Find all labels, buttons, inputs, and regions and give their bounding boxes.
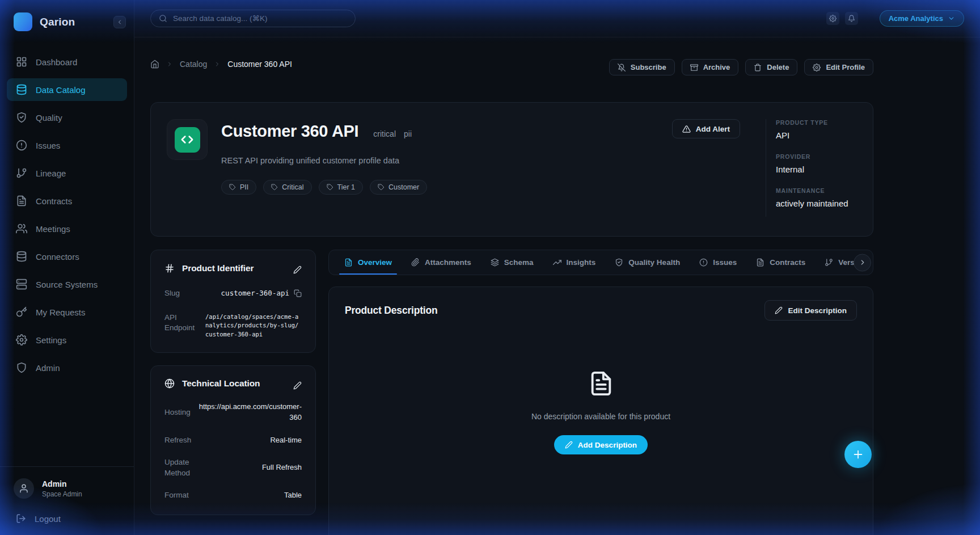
key-value-row: Slug customer-360-api bbox=[164, 288, 302, 298]
sidebar-nav: Dashboard Data Catalog Quality Issues Li… bbox=[0, 41, 134, 466]
tab[interactable]: Attachments bbox=[402, 250, 481, 275]
sidebar-item[interactable]: Settings bbox=[7, 328, 127, 351]
nav-item-icon bbox=[16, 56, 27, 68]
breadcrumb-item[interactable]: Customer 360 API bbox=[227, 60, 292, 69]
page-action-button[interactable]: Edit Profile bbox=[804, 59, 873, 75]
logout-label: Logout bbox=[35, 514, 61, 524]
search-input[interactable] bbox=[173, 14, 347, 23]
product-header-right: Add Alert Product Type API Provider Inte… bbox=[672, 119, 857, 220]
edit-description-button[interactable]: Edit Description bbox=[764, 300, 857, 321]
sidebar-item[interactable]: Meetings bbox=[7, 217, 127, 240]
sidebar-collapse-button[interactable] bbox=[113, 16, 126, 28]
tab-label: Quality Health bbox=[628, 258, 680, 267]
pencil-icon bbox=[565, 441, 573, 449]
home-icon[interactable] bbox=[150, 60, 159, 69]
tab-icon bbox=[344, 258, 353, 267]
pencil-icon[interactable] bbox=[293, 381, 302, 390]
sidebar-item[interactable]: Data Catalog bbox=[7, 78, 127, 101]
logout-icon bbox=[16, 513, 26, 524]
tag-pill[interactable]: Tier 1 bbox=[319, 180, 364, 195]
nav-item-icon bbox=[16, 167, 27, 179]
description-title: Product Description bbox=[345, 305, 437, 317]
page-action-icon bbox=[618, 64, 626, 71]
sidebar-item[interactable]: Dashboard bbox=[7, 50, 127, 73]
tab-icon bbox=[699, 258, 708, 267]
row-value-wrap: /api/catalog/spaces/acme-analytics/produ… bbox=[205, 313, 302, 339]
page-action-label: Archive bbox=[703, 63, 730, 71]
row-label: Slug bbox=[164, 288, 180, 298]
copy-icon[interactable] bbox=[294, 289, 302, 297]
tab[interactable]: Contracts bbox=[746, 250, 815, 275]
sidebar: Qarion Dashboard Data Catalog Quality Is… bbox=[0, 0, 134, 535]
sidebar-item[interactable]: Connectors bbox=[7, 245, 127, 268]
meta-value: actively maintained bbox=[776, 199, 857, 208]
right-column: Overview Attachments Schema Insights bbox=[328, 250, 873, 535]
breadcrumb-item[interactable]: Catalog bbox=[180, 60, 207, 69]
meta-group: Product Type API bbox=[776, 119, 857, 140]
tab-label: Overview bbox=[358, 258, 392, 267]
search-bar[interactable] bbox=[150, 10, 356, 27]
nav-item-icon bbox=[16, 306, 27, 318]
sidebar-item[interactable]: Contracts bbox=[7, 189, 127, 212]
product-title-row: Customer 360 API criticalpii bbox=[221, 122, 672, 141]
floating-add-button[interactable] bbox=[844, 441, 872, 468]
tab-icon bbox=[553, 258, 561, 267]
page-action-button[interactable]: Delete bbox=[745, 59, 797, 75]
tab[interactable]: Quality Health bbox=[605, 250, 690, 275]
page-head: Catalog Customer 360 API Subscribe bbox=[150, 52, 873, 75]
sidebar-item[interactable]: Source Systems bbox=[7, 273, 127, 296]
add-alert-button[interactable]: Add Alert bbox=[672, 119, 740, 138]
description-header: Product Description Edit Description bbox=[345, 300, 857, 321]
logout-button[interactable]: Logout bbox=[7, 508, 127, 524]
breadcrumb: Catalog Customer 360 API bbox=[150, 60, 292, 69]
tab-icon bbox=[615, 258, 623, 267]
page-action-icon bbox=[813, 64, 821, 71]
technical-location-card: Technical Location Hosting https://api.a… bbox=[150, 365, 316, 515]
meta-label: Provider bbox=[776, 153, 857, 160]
tab[interactable]: Insights bbox=[543, 250, 606, 275]
sidebar-item[interactable]: Quality bbox=[7, 106, 127, 129]
chevron-left-icon bbox=[116, 19, 123, 26]
page-action-icon bbox=[754, 64, 762, 71]
add-description-button[interactable]: Add Description bbox=[554, 435, 648, 454]
user-icon bbox=[19, 483, 29, 494]
page-action-button[interactable]: Archive bbox=[682, 59, 739, 75]
row-value-wrap: https://api.acme.com/customer-360 bbox=[197, 402, 302, 423]
tag-pill[interactable]: PII bbox=[221, 180, 256, 195]
user-role: Space Admin bbox=[42, 490, 82, 498]
nav-item-icon bbox=[16, 279, 27, 290]
breadcrumb-segment: Customer 360 API bbox=[214, 60, 292, 69]
page-action-button[interactable]: Subscribe bbox=[609, 59, 675, 75]
notifications-button[interactable] bbox=[845, 12, 858, 25]
tabs-scroll-right-button[interactable] bbox=[854, 254, 871, 271]
settings-button[interactable] bbox=[826, 12, 839, 25]
row-label: Update Method bbox=[164, 457, 209, 478]
code-icon bbox=[175, 127, 200, 153]
pencil-icon[interactable] bbox=[293, 266, 302, 274]
sidebar-header: Qarion bbox=[0, 0, 134, 41]
sidebar-item[interactable]: Admin bbox=[7, 356, 127, 379]
sidebar-item[interactable]: Lineage bbox=[7, 162, 127, 184]
nav-item-icon bbox=[16, 140, 27, 151]
workspace-switcher[interactable]: Acme Analytics bbox=[880, 10, 964, 27]
sidebar-item[interactable]: My Requests bbox=[7, 301, 127, 323]
nav-item-label: My Requests bbox=[36, 307, 86, 317]
user-menu[interactable]: Admin Space Admin bbox=[7, 475, 127, 502]
nav-item-icon bbox=[16, 84, 27, 95]
product-header-card: Customer 360 API criticalpii REST API pr… bbox=[150, 102, 873, 237]
tag-pill[interactable]: Critical bbox=[263, 180, 311, 195]
nav-item-label: Connectors bbox=[36, 252, 79, 262]
meta-value: Internal bbox=[776, 165, 857, 174]
tab[interactable]: Issues bbox=[690, 250, 746, 275]
brand-name: Qarion bbox=[40, 16, 113, 28]
tag-pill[interactable]: Customer bbox=[370, 180, 427, 195]
nav-item-icon bbox=[16, 251, 27, 262]
page-action-icon bbox=[690, 64, 698, 71]
sidebar-item[interactable]: Issues bbox=[7, 134, 127, 157]
tab[interactable]: Schema bbox=[481, 250, 543, 275]
row-value-wrap: Full Refresh bbox=[216, 462, 302, 473]
tab-icon bbox=[411, 258, 420, 267]
card-header: Product Identifier bbox=[164, 262, 302, 274]
tab-label: Contracts bbox=[770, 258, 805, 267]
tab[interactable]: Overview bbox=[335, 250, 402, 275]
